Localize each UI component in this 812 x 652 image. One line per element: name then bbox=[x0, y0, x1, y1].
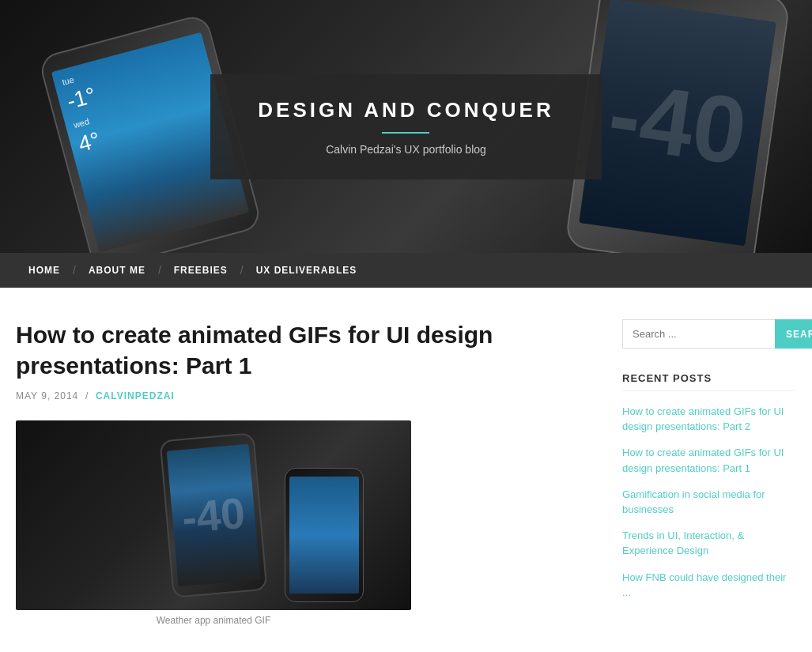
recent-post-link-0[interactable]: How to create animated GIFs for UI desig… bbox=[622, 405, 784, 432]
search-box: SEARCH bbox=[622, 319, 796, 349]
phone-right-screen: -40 bbox=[579, 0, 776, 246]
recent-posts-section: RECENT POSTS How to create animated GIFs… bbox=[622, 372, 796, 600]
article-meta: MAY 9, 2014 / CALVINPEDZAI bbox=[16, 390, 591, 401]
list-item: Gamification in social media for busines… bbox=[622, 487, 796, 517]
article-phone-screen: -40 bbox=[167, 444, 261, 586]
phone-right-number: -40 bbox=[603, 66, 752, 179]
title-divider bbox=[382, 132, 429, 134]
list-item: Trends in UI, Interaction, & Experience … bbox=[622, 528, 796, 558]
search-input[interactable] bbox=[622, 319, 775, 349]
recent-post-link-4[interactable]: How FNB could have designed their ... bbox=[622, 571, 786, 598]
site-subtitle: Calvin Pedzai's UX portfolio blog bbox=[258, 143, 553, 156]
recent-post-link-3[interactable]: Trends in UI, Interaction, & Experience … bbox=[622, 530, 744, 556]
article-caption: Weather app animated GIF bbox=[16, 615, 411, 626]
site-title-box: DESIGN AND CONQUER Calvin Pedzai's UX po… bbox=[210, 74, 601, 179]
nav-ux-deliverables[interactable]: UX DELIVERABLES bbox=[244, 253, 370, 288]
article-image: -40 bbox=[16, 420, 411, 610]
hero-header: tue -1° wed 4° -40 DESIGN AND CONQUER Ca… bbox=[0, 0, 812, 253]
article-area: How to create animated GIFs for UI desig… bbox=[16, 319, 591, 651]
article-date: MAY 9, 2014 bbox=[16, 390, 78, 401]
article-phone2-screen bbox=[289, 477, 359, 594]
sidebar: SEARCH RECENT POSTS How to create animat… bbox=[622, 319, 796, 651]
article-image-wrap: -40 Weather app animated GIF bbox=[16, 420, 411, 626]
search-button[interactable]: SEARCH bbox=[775, 319, 812, 349]
article-phone-number: -40 bbox=[180, 488, 247, 544]
recent-post-link-1[interactable]: How to create animated GIFs for UI desig… bbox=[622, 447, 784, 473]
recent-post-link-2[interactable]: Gamification in social media for busines… bbox=[622, 488, 765, 515]
article-phone-main: -40 bbox=[160, 432, 268, 598]
article-title: How to create animated GIFs for UI desig… bbox=[16, 319, 591, 381]
nav-about[interactable]: ABOUT ME bbox=[76, 253, 158, 288]
main-wrapper: How to create animated GIFs for UI desig… bbox=[0, 288, 812, 652]
list-item: How FNB could have designed their ... bbox=[622, 570, 796, 600]
nav-home[interactable]: HOME bbox=[16, 253, 73, 288]
recent-posts-list: How to create animated GIFs for UI desig… bbox=[622, 404, 796, 600]
list-item: How to create animated GIFs for UI desig… bbox=[622, 445, 796, 475]
article-phone-secondary bbox=[285, 468, 364, 602]
site-title: DESIGN AND CONQUER bbox=[258, 98, 553, 122]
main-nav: HOME / ABOUT ME / FREEBIES / UX DELIVERA… bbox=[0, 253, 812, 288]
nav-freebies[interactable]: FREEBIES bbox=[161, 253, 240, 288]
article-author: CALVINPEDZAI bbox=[96, 390, 175, 401]
list-item: How to create animated GIFs for UI desig… bbox=[622, 404, 796, 434]
recent-posts-title: RECENT POSTS bbox=[622, 372, 796, 391]
